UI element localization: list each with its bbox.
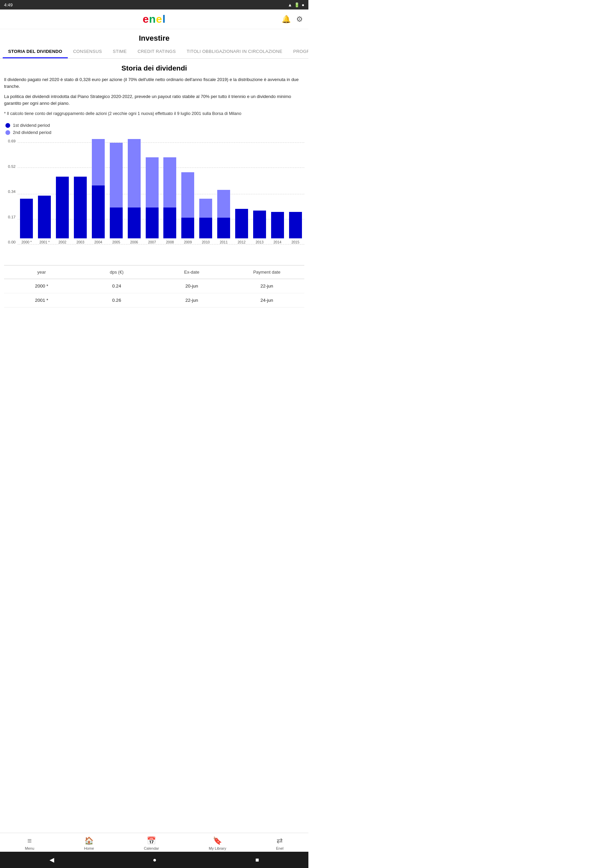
bar-seg-light bbox=[92, 139, 105, 185]
status-bar: 4:49 ▲ 🔋 ● bbox=[0, 0, 308, 9]
bar-stack bbox=[217, 190, 230, 239]
table-row: 2000 *0.2420-jun22-jun bbox=[4, 279, 304, 293]
bar-seg-dark bbox=[56, 177, 69, 239]
settings-icon[interactable]: ⚙ bbox=[296, 15, 303, 24]
description-1: Il dividendo pagato nel 2020 è stato di … bbox=[4, 76, 304, 90]
table-data-cell: 22-jun bbox=[154, 298, 229, 303]
bar-stack bbox=[199, 199, 212, 239]
bar-stack bbox=[128, 139, 141, 239]
bar-seg-light bbox=[110, 143, 123, 208]
bar-column: 2000 * bbox=[18, 143, 36, 244]
legend-item-second: 2nd dividend period bbox=[5, 130, 304, 135]
bar-year-label: 2013 bbox=[255, 240, 263, 244]
bar-year-label: 2004 bbox=[94, 240, 102, 244]
signal-icon: ● bbox=[302, 2, 304, 8]
bars-group: 2000 *2001 *2002200320042005200620072008… bbox=[18, 143, 304, 244]
bar-stack bbox=[181, 172, 194, 239]
table-data-cell: 0.26 bbox=[79, 298, 155, 303]
bar-column: 2011 bbox=[215, 143, 233, 244]
tab-storia[interactable]: STORIA DEL DIVIDENDO bbox=[3, 45, 68, 58]
bar-year-label: 2001 * bbox=[39, 240, 50, 244]
main-content: Storia dei dividendi Il dividendo pagato… bbox=[0, 59, 308, 307]
bar-column: 2013 bbox=[251, 143, 268, 244]
tab-consensus[interactable]: CONSENSUS bbox=[68, 45, 107, 58]
legend-dot-first bbox=[5, 123, 10, 128]
header-action-icons: 🔔 ⚙ bbox=[282, 15, 303, 24]
bar-year-label: 2006 bbox=[130, 240, 138, 244]
y-label: 0.69 bbox=[8, 139, 15, 143]
bar-seg-dark bbox=[199, 218, 212, 239]
battery-icon: 🔋 bbox=[294, 2, 300, 8]
table-data-cell: 2000 * bbox=[4, 284, 79, 288]
bar-column: 2005 bbox=[107, 143, 125, 244]
bar-seg-dark bbox=[181, 218, 194, 239]
chart-inner: 2000 *2001 *2002200320042005200620072008… bbox=[18, 143, 304, 244]
chart-container: 0.690.520.340.170.00 2000 *2001 *2002200… bbox=[4, 139, 304, 254]
legend-label-first: 1st dividend period bbox=[13, 123, 50, 128]
bar-stack bbox=[253, 211, 266, 239]
table-header-cell: year bbox=[4, 270, 79, 274]
bar-seg-dark bbox=[146, 208, 159, 239]
bar-seg-dark bbox=[38, 195, 51, 239]
tab-progress[interactable]: PROGRESS bbox=[288, 45, 308, 58]
bar-column: 2004 bbox=[90, 143, 107, 244]
table-data-cell: 2001 * bbox=[4, 298, 79, 303]
bar-stack bbox=[146, 157, 159, 239]
bar-seg-dark bbox=[74, 177, 87, 239]
bar-seg-light bbox=[128, 139, 141, 208]
bar-stack bbox=[235, 209, 248, 239]
tab-titoli[interactable]: TITOLI OBBLIGAZIONARI IN CIRCOLAZIONE bbox=[181, 45, 288, 58]
bar-column: 2008 bbox=[161, 143, 179, 244]
bar-year-label: 2010 bbox=[202, 240, 210, 244]
legend-item-first: 1st dividend period bbox=[5, 123, 304, 128]
bar-column: 2002 bbox=[54, 143, 71, 244]
bar-stack bbox=[110, 143, 123, 239]
bar-column: 2001 * bbox=[36, 143, 54, 244]
bar-seg-light bbox=[217, 190, 230, 218]
section-title: Storia dei dividendi bbox=[4, 64, 304, 72]
tab-stime[interactable]: STIME bbox=[107, 45, 132, 58]
table-data-cell: 20-jun bbox=[154, 284, 229, 288]
table-data-cell: 22-jun bbox=[229, 284, 305, 288]
bar-seg-dark bbox=[20, 199, 33, 239]
bar-year-label: 2009 bbox=[184, 240, 192, 244]
bar-stack bbox=[38, 195, 51, 239]
table-header: yeardps (€)Ex-datePayment date bbox=[4, 265, 304, 279]
bar-stack bbox=[163, 157, 176, 239]
bar-seg-dark bbox=[128, 208, 141, 239]
table-data-cell: 0.24 bbox=[79, 284, 155, 288]
table-header-cell: Payment date bbox=[229, 270, 305, 274]
bar-year-label: 2014 bbox=[274, 240, 281, 244]
dividend-table: yeardps (€)Ex-datePayment date 2000 *0.2… bbox=[4, 265, 304, 307]
bar-year-label: 2005 bbox=[112, 240, 120, 244]
bar-seg-dark bbox=[92, 186, 105, 239]
bar-stack bbox=[289, 212, 302, 239]
status-time: 4:49 bbox=[4, 2, 12, 8]
header: enel 🔔 ⚙ bbox=[0, 9, 308, 29]
bar-stack bbox=[56, 177, 69, 239]
table-header-cell: dps (€) bbox=[79, 270, 155, 274]
bar-year-label: 2002 bbox=[59, 240, 67, 244]
bar-seg-dark bbox=[163, 208, 176, 239]
bar-seg-dark bbox=[217, 218, 230, 239]
tab-credit[interactable]: CREDIT RATINGS bbox=[132, 45, 181, 58]
y-label: 0.52 bbox=[8, 164, 15, 169]
y-label: 0.17 bbox=[8, 215, 15, 219]
bar-seg-light bbox=[181, 172, 194, 218]
footnote: * Il calcolo tiene conto del raggruppame… bbox=[4, 110, 304, 117]
bar-column: 2014 bbox=[268, 143, 286, 244]
y-label: 0.00 bbox=[8, 240, 15, 244]
status-icons: ▲ 🔋 ● bbox=[288, 2, 304, 8]
bar-column: 2007 bbox=[143, 143, 161, 244]
table-row: 2001 *0.2622-jun24-jun bbox=[4, 293, 304, 307]
bar-seg-light bbox=[146, 157, 159, 208]
bar-stack bbox=[74, 177, 87, 239]
bell-icon[interactable]: 🔔 bbox=[282, 15, 291, 24]
bar-stack bbox=[92, 139, 105, 239]
tabs-container: STORIA DEL DIVIDENDOCONSENSUSSTIMECREDIT… bbox=[0, 45, 308, 59]
y-label: 0.34 bbox=[8, 189, 15, 194]
wifi-icon: ▲ bbox=[288, 2, 292, 8]
table-header-cell: Ex-date bbox=[154, 270, 229, 274]
bar-seg-dark bbox=[253, 211, 266, 239]
bar-year-label: 2011 bbox=[220, 240, 228, 244]
